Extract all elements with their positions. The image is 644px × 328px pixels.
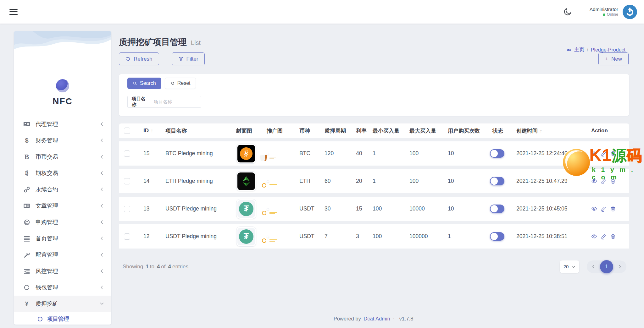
reset-label: Reset	[177, 80, 191, 86]
cell-coin: BTC	[298, 150, 323, 157]
cell-created: 2021-12-25 10:47:29	[514, 178, 589, 184]
sidebar-item-risk-control[interactable]: 风控管理	[14, 263, 111, 279]
cell-buy-times: 10	[448, 205, 490, 212]
user-name[interactable]: Administrator	[590, 6, 618, 12]
row-checkbox[interactable]	[124, 233, 130, 240]
filter-panel: Search Reset 项目名称	[119, 74, 629, 116]
breadcrumb-home-link[interactable]: 主页	[574, 46, 584, 53]
sidebar-item-config[interactable]: 配置管理	[14, 247, 111, 263]
link-icon	[23, 186, 30, 193]
project-name-input[interactable]	[150, 96, 201, 108]
brand-logo-icon	[56, 79, 69, 92]
status-toggle[interactable]	[490, 149, 504, 158]
footer-dot: ·	[393, 316, 395, 321]
sidebar-item-label: 永续合约	[36, 186, 58, 193]
sort-asc-icon[interactable]: ↑	[151, 128, 153, 133]
filter-label: Filter	[186, 56, 198, 62]
col-id: ID↑	[140, 128, 162, 134]
cover-image[interactable]	[236, 171, 256, 191]
cell-max-buy: 100000	[409, 233, 448, 240]
table-footer: Showing1to4of4entries 20 1	[119, 260, 629, 273]
view-icon[interactable]	[591, 233, 597, 239]
cell-name: USDT Pledge mining	[162, 233, 232, 240]
bitcoin-icon: B	[23, 170, 30, 177]
breadcrumb-current[interactable]: Pledge-Product	[591, 47, 625, 53]
sidebar-item-wallet[interactable]: 钱包管理	[14, 279, 111, 296]
sidebar-item-subscription[interactable]: 申购管理	[14, 214, 111, 230]
sidebar-item-articles[interactable]: 文章管理	[14, 198, 111, 214]
dcat-admin-link[interactable]: Dcat Admin	[364, 316, 390, 321]
cell-coin: USDT	[298, 233, 323, 240]
select-all-checkbox[interactable]	[124, 128, 130, 134]
sidebar-item-spot-trade[interactable]: B 币币交易	[14, 149, 111, 165]
row-checkbox[interactable]	[124, 150, 130, 157]
sidebar-item-homepage[interactable]: 首页管理	[14, 230, 111, 247]
circle-icon	[23, 284, 30, 291]
reset-button[interactable]: Reset	[165, 78, 196, 89]
chevron-left-icon	[99, 220, 104, 225]
version-text: v1.7.8	[399, 316, 413, 321]
prev-page-icon[interactable]	[591, 265, 596, 269]
sidebar-item-label: 申购管理	[36, 218, 58, 226]
funnel-icon	[178, 56, 184, 62]
sort-asc-icon[interactable]: ↑	[540, 128, 542, 134]
refresh-button[interactable]: Refresh	[119, 52, 159, 65]
filter-button[interactable]: Filter	[172, 52, 205, 65]
top-navbar: Administrator Online	[0, 0, 644, 24]
edit-icon[interactable]	[601, 150, 607, 156]
cover-image[interactable]: ₮	[236, 227, 256, 247]
row-checkbox[interactable]	[124, 206, 130, 212]
sidebar-item-pledge-mining[interactable]: ¥ 质押挖矿	[14, 296, 111, 312]
cell-coin: ETH	[298, 178, 323, 184]
row-checkbox[interactable]	[124, 178, 130, 184]
promo-image[interactable]	[267, 208, 269, 210]
delete-icon[interactable]	[610, 150, 616, 156]
promo-image[interactable]	[267, 153, 269, 155]
undo-icon	[170, 81, 175, 86]
dashboard-icon	[566, 47, 572, 52]
promo-image[interactable]	[267, 180, 269, 183]
edit-icon[interactable]	[601, 206, 607, 212]
edit-icon[interactable]	[601, 178, 607, 184]
sidebar-item-perpetual[interactable]: 永续合约	[14, 181, 111, 198]
cell-buy-times: 1	[448, 233, 490, 240]
current-page-button[interactable]: 1	[600, 260, 613, 273]
status-toggle[interactable]	[490, 232, 504, 241]
cell-period: 7	[323, 233, 355, 240]
cover-image[interactable]: B	[236, 144, 256, 164]
search-button[interactable]: Search	[127, 78, 161, 89]
edit-icon[interactable]	[601, 233, 607, 239]
status-toggle[interactable]	[490, 177, 504, 185]
view-icon[interactable]	[591, 206, 597, 212]
next-page-icon[interactable]	[618, 265, 622, 269]
cell-max-buy: 100	[409, 178, 448, 184]
sidebar: NFC 代理管理 $ 财务管理 B 币币交易 B	[14, 31, 111, 325]
promo-image[interactable]	[267, 236, 269, 238]
newspaper-icon	[23, 202, 30, 209]
status-toggle[interactable]	[490, 205, 504, 213]
sidebar-item-options-trade[interactable]: B 期权交易	[14, 165, 111, 181]
delete-icon[interactable]	[610, 178, 616, 184]
row-actions	[589, 206, 626, 212]
sidebar-item-agent[interactable]: 代理管理	[14, 116, 111, 132]
avatar[interactable]	[623, 5, 637, 19]
bars-icon	[23, 235, 30, 242]
delete-icon[interactable]	[610, 206, 616, 212]
chevron-left-icon	[99, 138, 104, 143]
menu-icon[interactable]	[9, 9, 18, 15]
powered-by-text: Powered by	[334, 316, 361, 321]
chevron-down-icon	[572, 265, 575, 269]
view-icon[interactable]	[591, 150, 597, 156]
sidebar-item-finance[interactable]: $ 财务管理	[14, 132, 111, 149]
page-size-select[interactable]: 20	[560, 260, 579, 273]
col-min-buy: 最小买入量	[373, 127, 409, 134]
col-cover: 封面图	[232, 127, 265, 134]
cover-image[interactable]: ₮	[236, 199, 256, 219]
new-button[interactable]: + New	[598, 52, 629, 65]
sidebar-item-label: 首页管理	[36, 235, 58, 242]
sidebar-subitem-project-management[interactable]: 项目管理	[14, 312, 111, 325]
view-icon[interactable]	[591, 178, 597, 184]
moon-icon[interactable]	[563, 7, 572, 17]
delete-icon[interactable]	[610, 233, 616, 239]
online-dot-icon	[603, 14, 605, 16]
